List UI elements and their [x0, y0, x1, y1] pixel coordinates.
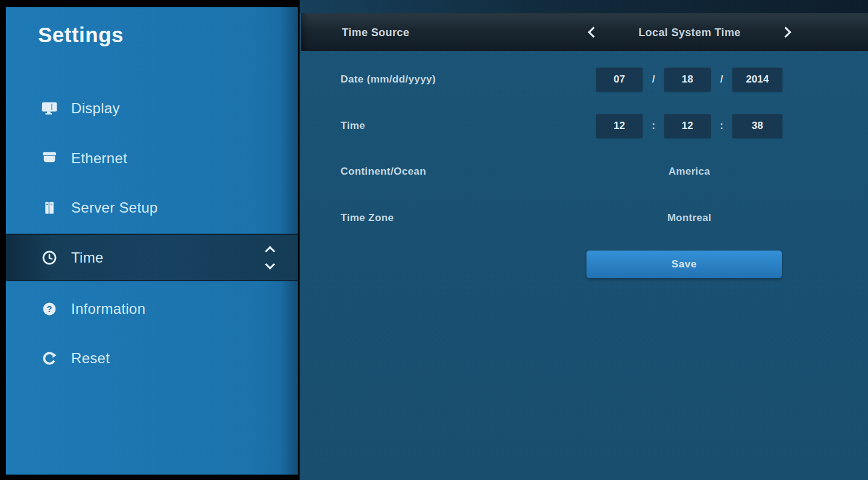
time-source-next-button[interactable] — [779, 25, 795, 40]
server-setup-icon — [40, 198, 59, 217]
sidebar-item-reset[interactable]: Reset — [6, 335, 298, 381]
save-button[interactable]: Save — [587, 251, 782, 278]
sidebar-item-label: Display — [71, 100, 120, 117]
time-fields: 12 : 12 : 38 — [596, 114, 782, 138]
timezone-label: Time Zone — [341, 212, 394, 224]
chevron-right-icon — [780, 26, 791, 37]
time-source-bar: Time Source Local System Time — [301, 13, 868, 51]
date-month-field[interactable]: 07 — [596, 67, 643, 92]
page-title: Settings — [38, 23, 124, 47]
sidebar-item-label: Time — [71, 249, 104, 266]
time-settings-panel: Time Source Local System Time Date (mm/d… — [300, 0, 868, 480]
chevron-up-icon — [265, 246, 275, 256]
item-spinner-indicator — [266, 248, 274, 268]
sidebar-item-ethernet[interactable]: Ethernet — [6, 136, 298, 181]
svg-text:?: ? — [47, 304, 52, 313]
sidebar-item-label: Information — [71, 301, 145, 317]
sidebar-item-label: Reset — [71, 350, 110, 367]
time-separator: : — [643, 120, 664, 132]
time-label: Time — [341, 120, 365, 132]
sidebar-item-time[interactable]: Time — [6, 234, 298, 281]
reset-icon — [40, 349, 59, 368]
timezone-value: Montreal — [596, 212, 782, 224]
information-icon: ? — [40, 299, 59, 319]
clock-icon — [40, 248, 59, 267]
sidebar-item-server-setup[interactable]: Server Setup — [6, 185, 298, 230]
date-separator: / — [711, 73, 732, 86]
continent-label: Continent/Ocean — [341, 166, 426, 178]
date-fields: 07 / 18 / 2014 — [596, 67, 782, 92]
date-separator: / — [643, 73, 664, 86]
time-source-label: Time Source — [342, 26, 409, 39]
time-source-prev-button[interactable] — [584, 25, 600, 40]
time-hours-field[interactable]: 12 — [596, 114, 643, 138]
chevron-left-icon — [588, 26, 599, 37]
date-label: Date (mm/dd/yyyy) — [341, 73, 436, 86]
ethernet-icon — [40, 149, 59, 168]
chevron-down-icon — [265, 259, 275, 269]
continent-value: America — [596, 166, 782, 178]
top-strip — [300, 0, 868, 13]
time-minutes-field[interactable]: 12 — [664, 114, 711, 138]
sidebar: Settings Display Ethernet — [6, 7, 298, 475]
time-separator: : — [711, 120, 732, 132]
display-icon — [40, 99, 59, 118]
settings-screen: Settings Display Ethernet — [0, 0, 868, 480]
sidebar-item-information[interactable]: ? Information — [6, 286, 298, 331]
sidebar-item-label: Server Setup — [71, 199, 158, 216]
date-year-field[interactable]: 2014 — [732, 67, 782, 92]
date-day-field[interactable]: 18 — [664, 67, 711, 92]
time-seconds-field[interactable]: 38 — [732, 114, 782, 138]
sidebar-item-display[interactable]: Display — [6, 86, 298, 131]
sidebar-item-label: Ethernet — [71, 150, 127, 167]
time-source-value: Local System Time — [605, 26, 774, 39]
